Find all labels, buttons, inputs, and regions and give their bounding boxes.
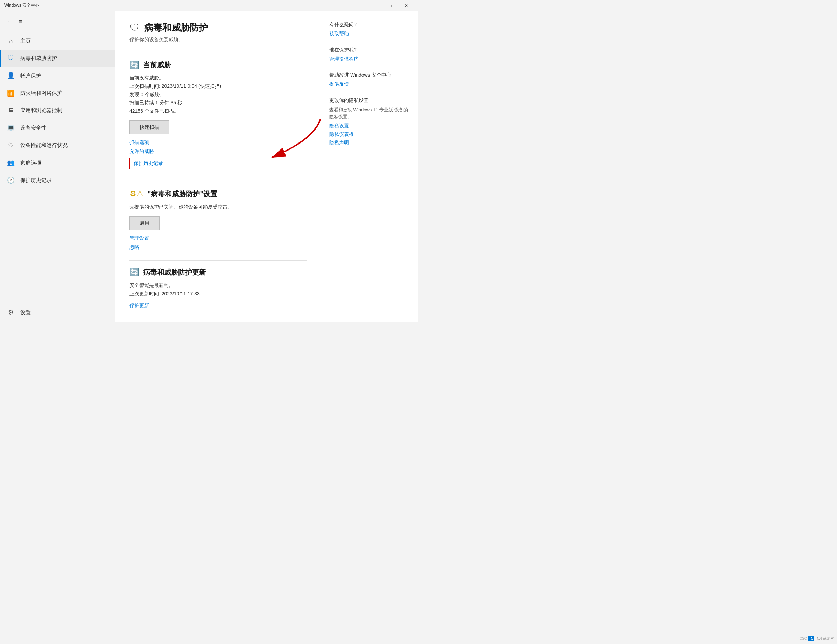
maximize-button[interactable]: □ — [382, 0, 398, 11]
main-panel: 🛡 病毒和威胁防护 保护你的设备免受威胁。 🔄 当前威胁 当前没有威胁。 上次扫… — [115, 11, 320, 322]
arrow-container: 保护历史记录 — [130, 158, 307, 172]
sidebar-item-health-label: 设备性能和运行状况 — [20, 142, 67, 149]
account-icon: 👤 — [7, 72, 15, 79]
privacy-title: 更改你的隐私设置 — [329, 97, 410, 104]
minimize-button[interactable]: ─ — [366, 0, 382, 11]
feedback-link[interactable]: 提供反馈 — [329, 81, 410, 87]
privacy-desc: 查看和更改 Windows 11 专业版 设备的隐私设置。 — [329, 107, 410, 120]
back-button[interactable]: ← — [7, 18, 13, 26]
sidebar-item-history[interactable]: 🕐 保护历史记录 — [0, 171, 115, 189]
virus-settings-title: "病毒和威胁防护"设置 — [148, 189, 217, 199]
protection-updates-link[interactable]: 保护更新 — [130, 303, 307, 309]
sidebar-item-firewall[interactable]: 📶 防火墙和网络保护 — [0, 84, 115, 102]
right-improve: 帮助改进 Windows 安全中心 提供反馈 — [329, 72, 410, 87]
updates-line1: 安全智能是最新的。 — [130, 281, 307, 290]
right-questions: 有什么疑问? 获取帮助 — [329, 22, 410, 37]
virus-updates-title: 病毒和威胁防护更新 — [143, 268, 206, 277]
virus-updates-section: 🔄 病毒和威胁防护更新 安全智能是最新的。 上次更新时间: 2023/10/11… — [130, 268, 307, 309]
right-panel: 有什么疑问? 获取帮助 谁在保护我? 管理提供程序 帮助改进 Windows 安… — [320, 11, 419, 322]
right-provider: 谁在保护我? 管理提供程序 — [329, 47, 410, 62]
sidebar-item-device-label: 设备安全性 — [20, 125, 46, 131]
sidebar-item-family[interactable]: 👥 家庭选项 — [0, 154, 115, 171]
sidebar-item-health[interactable]: ♡ 设备性能和运行状况 — [0, 136, 115, 154]
virus-updates-info: 安全智能是最新的。 上次更新时间: 2023/10/11 17:33 — [130, 281, 307, 298]
sidebar-item-app[interactable]: 🖥 应用和浏览器控制 — [0, 102, 115, 119]
close-button[interactable]: ✕ — [398, 0, 414, 11]
get-help-link[interactable]: 获取帮助 — [329, 31, 410, 37]
family-icon: 👥 — [7, 159, 15, 167]
current-threats-title: 当前威胁 — [143, 60, 171, 70]
virus-updates-header: 🔄 病毒和威胁防护更新 — [130, 268, 307, 277]
manage-provider-link[interactable]: 管理提供程序 — [329, 56, 410, 62]
sidebar-nav: ⌂ 主页 🛡 病毒和威胁防护 👤 帐户保护 📶 防火墙和网络保护 🖥 — [0, 33, 115, 189]
virus-settings-icon: ⚙⚠ — [130, 189, 143, 199]
ignore-link[interactable]: 忽略 — [130, 244, 307, 251]
sidebar: ← ≡ ⌂ 主页 🛡 病毒和威胁防护 👤 帐户保护 📶 防火墙和 — [0, 11, 115, 322]
updates-icon: 🔄 — [130, 268, 139, 277]
scan-options-link[interactable]: 扫描选项 — [130, 139, 307, 146]
virus-settings-links: 管理设置 忽略 — [130, 235, 307, 251]
privacy-dashboard-link[interactable]: 隐私仪表板 — [329, 131, 410, 138]
improve-title: 帮助改进 Windows 安全中心 — [329, 72, 410, 79]
sidebar-item-history-label: 保护历史记录 — [20, 177, 52, 184]
divider-2 — [130, 182, 307, 182]
page-subtitle: 保护你的设备免受威胁。 — [130, 37, 307, 43]
scan-links: 扫描选项 允许的威胁 保护历史记录 — [130, 139, 307, 172]
virus-icon: 🛡 — [7, 54, 15, 62]
sidebar-item-settings[interactable]: ⚙ 设置 — [0, 303, 115, 322]
divider-1 — [130, 53, 307, 53]
sidebar-item-virus[interactable]: 🛡 病毒和威胁防护 — [0, 50, 115, 67]
sidebar-settings-label: 设置 — [20, 309, 31, 316]
sidebar-item-app-label: 应用和浏览器控制 — [20, 107, 62, 114]
threats-line4: 扫描已持续 1 分钟 35 秒 — [130, 99, 307, 107]
threats-line2: 上次扫描时间: 2023/10/11 0:04 (快速扫描) — [130, 82, 307, 90]
current-threats-section: 🔄 当前威胁 当前没有威胁。 上次扫描时间: 2023/10/11 0:04 (… — [130, 60, 307, 172]
title-bar: Windows 安全中心 ─ □ ✕ — [0, 0, 419, 11]
divider-4 — [130, 319, 307, 319]
settings-icon: ⚙ — [7, 309, 15, 316]
quick-scan-button[interactable]: 快速扫描 — [130, 120, 169, 135]
threats-line1: 当前没有威胁。 — [130, 74, 307, 82]
virus-settings-section: ⚙⚠ "病毒和威胁防护"设置 云提供的保护已关闭。你的设备可能易受攻击。 启用 … — [130, 189, 307, 251]
sidebar-item-firewall-label: 防火墙和网络保护 — [20, 90, 62, 97]
sidebar-settings: ⚙ 设置 — [0, 303, 115, 322]
virus-settings-header: ⚙⚠ "病毒和威胁防护"设置 — [130, 189, 307, 199]
virus-settings-info: 云提供的保护已关闭。你的设备可能易受攻击。 — [130, 203, 307, 211]
menu-button[interactable]: ≡ — [19, 18, 23, 26]
sidebar-item-account-label: 帐户保护 — [20, 72, 41, 79]
provider-title: 谁在保护我? — [329, 47, 410, 53]
history-icon: 🕐 — [7, 176, 15, 184]
device-icon: 💻 — [7, 124, 15, 131]
updates-line2: 上次更新时间: 2023/10/11 17:33 — [130, 290, 307, 298]
page-header: 🛡 病毒和威胁防护 — [130, 22, 307, 34]
firewall-icon: 📶 — [7, 89, 15, 97]
current-threats-header: 🔄 当前威胁 — [130, 60, 307, 70]
right-privacy: 更改你的隐私设置 查看和更改 Windows 11 专业版 设备的隐私设置。 隐… — [329, 97, 410, 146]
threats-line3: 发现 0 个威胁。 — [130, 90, 307, 99]
sidebar-item-account[interactable]: 👤 帐户保护 — [0, 67, 115, 84]
manage-settings-link[interactable]: 管理设置 — [130, 235, 307, 242]
threats-line5: 42156 个文件已扫描。 — [130, 107, 307, 115]
privacy-statement-link[interactable]: 隐私声明 — [329, 140, 410, 146]
protection-history-link[interactable]: 保护历史记录 — [130, 158, 167, 169]
home-icon: ⌂ — [7, 38, 15, 45]
enable-button[interactable]: 启用 — [130, 216, 159, 230]
title-bar-controls: ─ □ ✕ — [366, 0, 414, 11]
privacy-settings-link[interactable]: 隐私设置 — [329, 123, 410, 129]
page-title-icon: 🛡 — [130, 22, 139, 34]
sidebar-item-device[interactable]: 💻 设备安全性 — [0, 119, 115, 136]
sidebar-item-home-label: 主页 — [20, 38, 31, 44]
page-title: 病毒和威胁防护 — [144, 22, 208, 34]
window: Windows 安全中心 ─ □ ✕ ← ≡ ⌂ 主页 🛡 病毒和威胁防护 — [0, 0, 419, 322]
questions-title: 有什么疑问? — [329, 22, 410, 28]
health-icon: ♡ — [7, 141, 15, 149]
threats-icon: 🔄 — [130, 61, 139, 70]
app-icon: 🖥 — [7, 107, 15, 114]
allowed-threats-link[interactable]: 允许的威胁 — [130, 148, 307, 155]
main-content: ← ≡ ⌂ 主页 🛡 病毒和威胁防护 👤 帐户保护 📶 防火墙和 — [0, 11, 419, 322]
window-title: Windows 安全中心 — [4, 2, 39, 8]
divider-3 — [130, 260, 307, 261]
sidebar-top: ← ≡ — [0, 14, 115, 30]
sidebar-item-virus-label: 病毒和威胁防护 — [20, 55, 57, 62]
sidebar-item-home[interactable]: ⌂ 主页 — [0, 33, 115, 50]
